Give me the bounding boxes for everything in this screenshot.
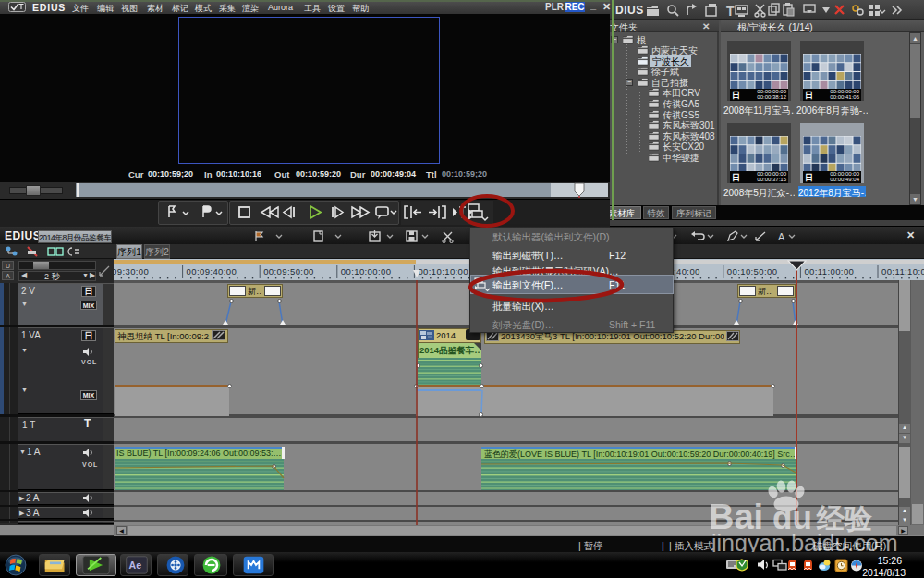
svg-text:00:11:00:00: 00:11:00:00 (804, 266, 854, 277)
svg-text:00:09:40:00: 00:09:40:00 (187, 266, 237, 277)
svg-text:00:10:10:00: 00:10:10:00 (418, 266, 468, 277)
svg-text:A: A (778, 231, 785, 242)
svg-text:00:11:10:00: 00:11:10:00 (881, 266, 924, 277)
svg-text:00:09:50:00: 00:09:50:00 (263, 266, 314, 277)
svg-text:Ae: Ae (129, 560, 142, 571)
svg-text:T: T (726, 4, 735, 18)
svg-text::09:30:00: :09:30:00 (114, 266, 149, 277)
svg-text:00:10:50:00: 00:10:50:00 (727, 266, 778, 277)
svg-text:00:10:00:00: 00:10:00:00 (341, 266, 392, 277)
